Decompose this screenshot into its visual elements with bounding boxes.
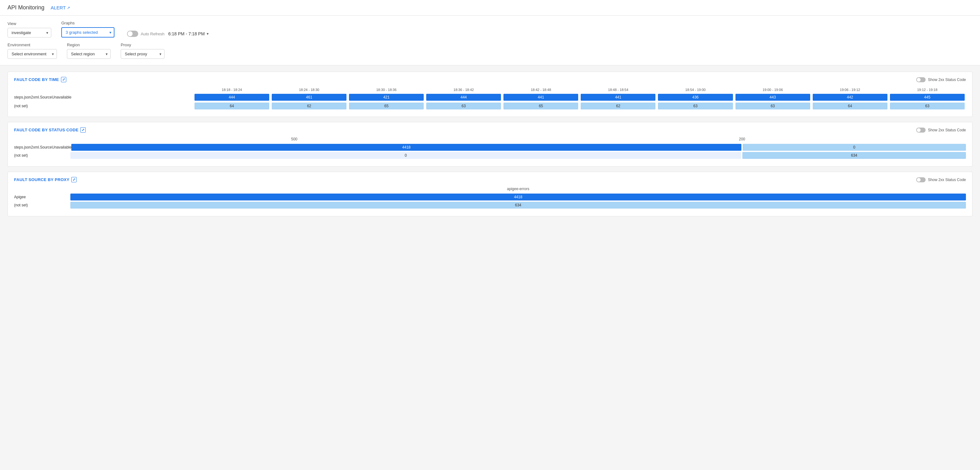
show-2xx-toggle-3[interactable]	[916, 177, 926, 182]
cell-1-8: 64	[811, 102, 889, 110]
graphs-select[interactable]: 3 graphs selected	[61, 27, 115, 38]
status-bar-0-0: 4418	[71, 144, 741, 151]
status-col-header-0: 500	[70, 137, 518, 141]
proxy-row-label-0: Apigee	[14, 195, 70, 199]
table-row: (not set)64626563656263636463	[14, 102, 966, 110]
proxy-col-header: apigee-errors	[70, 187, 966, 191]
proxy-bar-1: 634	[70, 202, 966, 209]
show-2xx-knob-3	[917, 178, 921, 182]
cell-0-4: 441	[502, 93, 579, 102]
region-select[interactable]: Select region	[67, 49, 111, 59]
cell-bar: 442	[813, 94, 888, 101]
fault-code-by-time-card: FAULT CODE BY TIME ⤢ Show 2xx Status Cod…	[8, 72, 972, 117]
time-col-header-2: 18:30 - 18:36	[348, 87, 425, 93]
show-2xx-toggle-2[interactable]	[916, 127, 926, 132]
time-table-header-empty	[14, 87, 193, 93]
status-row-label-1: (not set)	[14, 153, 70, 158]
cell-bar: 63	[735, 103, 810, 110]
cell-0-1: 461	[270, 93, 348, 102]
fault-source-by-proxy-header: FAULT SOURCE BY PROXY ⤢ Show 2xx Status …	[14, 177, 966, 182]
time-range-chevron-icon: ▾	[207, 32, 208, 36]
cell-bar: 63	[426, 103, 501, 110]
controls-row-1: View investigate standard ▾ Graphs 3 gra…	[8, 21, 972, 38]
proxy-control: Proxy Select proxy ▾	[121, 43, 164, 59]
fault-code-by-status-card: FAULT CODE BY STATUS CODE ⤢ Show 2xx Sta…	[8, 122, 972, 167]
toggle-knob	[127, 31, 133, 36]
cell-bar: 62	[581, 103, 655, 110]
cell-0-2: 421	[348, 93, 425, 102]
cell-0-9: 445	[889, 93, 966, 102]
cell-bar: 64	[194, 103, 269, 110]
expand-icon-3[interactable]: ⤢	[71, 177, 76, 182]
view-select[interactable]: investigate standard	[8, 28, 51, 38]
controls-row-2: Environment Select environment ▾ Region …	[8, 43, 972, 59]
cell-bar: 62	[272, 103, 347, 110]
proxy-label: Proxy	[121, 43, 164, 47]
time-col-header-0: 18:18 - 18:24	[193, 87, 270, 93]
proxy-row-label-1: (not set)	[14, 203, 70, 207]
auto-refresh-toggle-wrapper: Auto Refresh	[127, 31, 164, 37]
status-bars-1: 0634	[70, 152, 966, 159]
status-bars-0: 44180	[71, 144, 966, 151]
view-control: View investigate standard ▾	[8, 21, 51, 38]
view-select-wrapper: investigate standard ▾	[8, 28, 51, 38]
cell-bar: 444	[426, 94, 501, 101]
cell-1-3: 63	[425, 102, 502, 110]
environment-select[interactable]: Select environment	[8, 49, 57, 59]
time-data-table: 18:18 - 18:2418:24 - 18:3018:30 - 18:361…	[14, 87, 966, 110]
environment-control: Environment Select environment ▾	[8, 43, 57, 59]
app-title: API Monitoring	[8, 5, 45, 11]
cell-bar: 441	[581, 94, 655, 101]
cell-1-6: 63	[657, 102, 734, 110]
view-label: View	[8, 21, 51, 26]
fault-code-by-status-header: FAULT CODE BY STATUS CODE ⤢ Show 2xx Sta…	[14, 127, 966, 132]
fault-code-by-time-title: FAULT CODE BY TIME ⤢	[14, 77, 66, 82]
cell-1-5: 62	[579, 102, 657, 110]
cell-bar: 63	[890, 103, 965, 110]
auto-refresh-toggle[interactable]	[127, 31, 138, 37]
time-controls: Auto Refresh 6:18 PM - 7:18 PM ▾	[127, 31, 208, 38]
fault-source-by-proxy-card: FAULT SOURCE BY PROXY ⤢ Show 2xx Status …	[8, 172, 972, 217]
row-label-0: steps.json2xml.SourceUnavailable	[14, 93, 193, 102]
show-2xx-label-2: Show 2xx Status Code	[928, 128, 966, 132]
cell-1-4: 65	[502, 102, 579, 110]
status-row-label-0: steps.json2xml.SourceUnavailable	[14, 145, 71, 150]
cell-bar: 64	[813, 103, 888, 110]
cell-1-9: 63	[889, 102, 966, 110]
cell-0-7: 443	[734, 93, 811, 102]
show-2xx-toggle[interactable]	[916, 77, 926, 82]
cell-0-8: 442	[811, 93, 889, 102]
fault-code-by-status-title: FAULT CODE BY STATUS CODE ⤢	[14, 127, 86, 132]
region-control: Region Select region ▾	[67, 43, 111, 59]
alert-label: ALERT	[51, 5, 66, 10]
table-row: steps.json2xml.SourceUnavailable44446142…	[14, 93, 966, 102]
show-2xx-toggle-area: Show 2xx Status Code	[916, 77, 966, 82]
cell-bar: 445	[890, 94, 965, 101]
cell-0-5: 441	[579, 93, 657, 102]
expand-icon-2[interactable]: ⤢	[80, 127, 86, 132]
time-range-value: 6:18 PM - 7:18 PM	[168, 31, 205, 36]
proxy-bar-0: 4418	[70, 194, 966, 201]
proxy-select[interactable]: Select proxy	[121, 49, 164, 59]
row-label-1: (not set)	[14, 102, 193, 110]
expand-icon[interactable]: ⤢	[61, 77, 66, 82]
list-item: Apigee4418	[14, 194, 966, 201]
cell-1-7: 63	[734, 102, 811, 110]
cell-bar: 65	[349, 103, 424, 110]
cell-0-3: 444	[425, 93, 502, 102]
fault-code-by-status-table: 500200steps.json2xml.SourceUnavailable44…	[14, 137, 966, 159]
time-col-header-3: 18:36 - 18:42	[425, 87, 502, 93]
main-content: FAULT CODE BY TIME ⤢ Show 2xx Status Cod…	[0, 65, 980, 223]
time-range-picker[interactable]: 6:18 PM - 7:18 PM ▾	[168, 31, 208, 36]
cell-bar: 441	[503, 94, 578, 101]
cell-0-0: 444	[193, 93, 270, 102]
region-label: Region	[67, 43, 111, 47]
alert-link[interactable]: ALERT ↗	[51, 5, 70, 10]
show-2xx-toggle-area-2: Show 2xx Status Code	[916, 127, 966, 132]
cell-0-6: 436	[657, 93, 734, 102]
time-col-header-8: 19:06 - 19:12	[811, 87, 889, 93]
list-item: (not set)0634	[14, 152, 966, 159]
cell-bar: 436	[658, 94, 733, 101]
environment-label: Environment	[8, 43, 57, 47]
app-header: API Monitoring ALERT ↗	[0, 0, 980, 16]
